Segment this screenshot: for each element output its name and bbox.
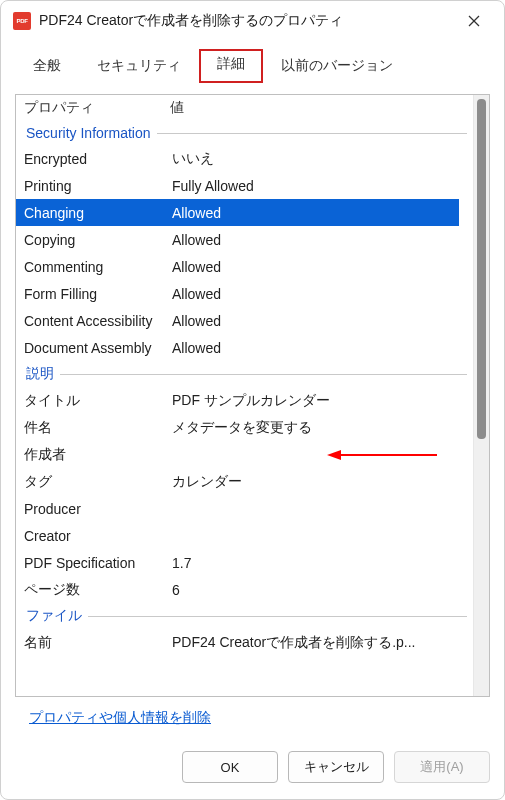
row-title[interactable]: タイトル PDF サンプルカレンダー	[22, 387, 471, 414]
tab-security[interactable]: セキュリティ	[79, 51, 199, 83]
row-document-assembly[interactable]: Document Assembly Allowed	[22, 334, 471, 361]
close-icon	[468, 15, 480, 27]
row-pages[interactable]: ページ数 6	[22, 576, 471, 603]
row-tags[interactable]: タグ カレンダー	[22, 468, 471, 495]
properties-dialog: PDF24 Creatorで作成者を削除するのプロパティ 全般 セキュリティ 詳…	[0, 0, 505, 800]
dialog-buttons: OK キャンセル 適用(A)	[1, 737, 504, 799]
scrollbar-thumb[interactable]	[477, 99, 486, 439]
row-content-accessibility[interactable]: Content Accessibility Allowed	[22, 307, 471, 334]
row-pdf-specification[interactable]: PDF Specification 1.7	[22, 549, 471, 576]
window-title: PDF24 Creatorで作成者を削除するのプロパティ	[39, 12, 454, 30]
properties-list[interactable]: プロパティ 値 Security Information Encrypted い…	[16, 95, 473, 696]
row-encrypted[interactable]: Encrypted いいえ	[22, 145, 471, 172]
row-creator[interactable]: Creator	[22, 522, 471, 549]
row-author[interactable]: 作成者	[22, 441, 471, 468]
properties-panel: プロパティ 値 Security Information Encrypted い…	[15, 94, 490, 697]
tab-previous-versions[interactable]: 以前のバージョン	[263, 51, 411, 83]
column-property: プロパティ	[22, 99, 164, 117]
tab-general[interactable]: 全般	[15, 51, 79, 83]
row-filename[interactable]: 名前 PDF24 Creatorで作成者を削除する.p...	[22, 629, 471, 656]
cancel-button[interactable]: キャンセル	[288, 751, 384, 783]
section-file: ファイル	[22, 603, 471, 629]
ok-button[interactable]: OK	[182, 751, 278, 783]
vertical-scrollbar[interactable]	[473, 95, 489, 696]
apply-button[interactable]: 適用(A)	[394, 751, 490, 783]
close-button[interactable]	[454, 5, 494, 37]
pdf-app-icon	[13, 12, 31, 30]
section-description: 説明	[22, 361, 471, 387]
column-value: 値	[164, 99, 471, 117]
remove-properties-link-row: プロパティや個人情報を削除	[15, 697, 490, 733]
row-subject[interactable]: 件名 メタデータを変更する	[22, 414, 471, 441]
content-area: プロパティ 値 Security Information Encrypted い…	[1, 84, 504, 737]
remove-properties-link[interactable]: プロパティや個人情報を削除	[29, 709, 211, 725]
row-changing[interactable]: Changing Allowed	[16, 199, 459, 226]
tab-bar: 全般 セキュリティ 詳細 以前のバージョン	[1, 41, 504, 84]
annotation-arrow-icon	[327, 448, 437, 462]
column-headers: プロパティ 値	[22, 95, 471, 121]
svg-marker-3	[327, 450, 341, 460]
tab-details[interactable]: 詳細	[199, 49, 263, 83]
row-producer[interactable]: Producer	[22, 495, 471, 522]
row-commenting[interactable]: Commenting Allowed	[22, 253, 471, 280]
row-copying[interactable]: Copying Allowed	[22, 226, 471, 253]
row-printing[interactable]: Printing Fully Allowed	[22, 172, 471, 199]
row-form-filling[interactable]: Form Filling Allowed	[22, 280, 471, 307]
titlebar: PDF24 Creatorで作成者を削除するのプロパティ	[1, 1, 504, 41]
section-security-information: Security Information	[22, 121, 471, 145]
